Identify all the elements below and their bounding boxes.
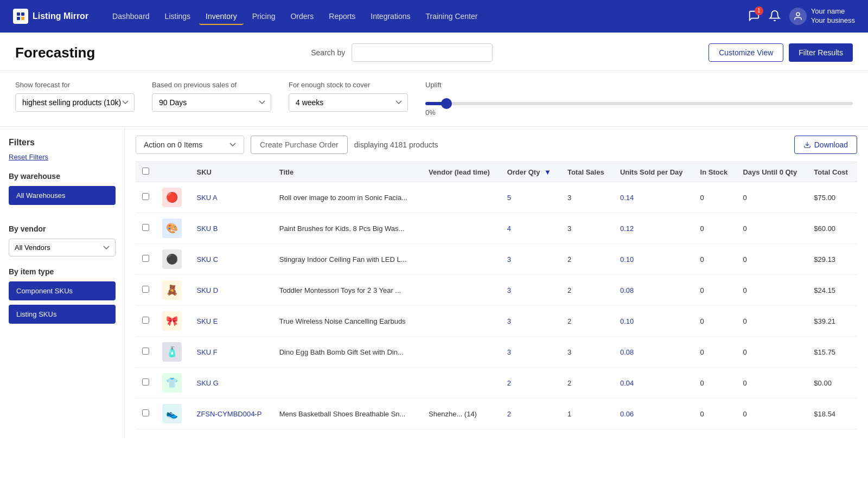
notification-badge: 1 bbox=[755, 7, 763, 15]
search-input[interactable] bbox=[352, 43, 493, 62]
table-row: 👟 ZFSN-CYMBD004-P Mens Basketball Shoes … bbox=[136, 399, 857, 429]
row-check[interactable] bbox=[136, 275, 156, 306]
row-checkbox[interactable] bbox=[142, 378, 149, 386]
listing-skus-button[interactable]: Listing SKUs bbox=[9, 305, 116, 324]
row-checkbox[interactable] bbox=[142, 286, 149, 293]
row-check[interactable] bbox=[136, 368, 156, 399]
nav-listings[interactable]: Listings bbox=[158, 8, 197, 25]
row-img: 🧸 bbox=[156, 275, 190, 306]
based-on-select[interactable]: 30 Days 60 Days 90 Days 180 Days 1 Year bbox=[152, 93, 271, 112]
row-order-qty: 3 bbox=[501, 244, 561, 275]
slider-thumb[interactable] bbox=[441, 98, 452, 109]
product-image: 🧸 bbox=[162, 280, 182, 300]
show-forecast-select[interactable]: highest selling products (10k) all produ… bbox=[15, 93, 135, 112]
row-check[interactable] bbox=[136, 213, 156, 244]
row-total-cost: $39.21 bbox=[807, 306, 857, 337]
row-total-sales: 2 bbox=[561, 275, 614, 306]
units-sold-link[interactable]: 0.04 bbox=[620, 379, 634, 387]
product-image: 👕 bbox=[162, 373, 182, 393]
order-qty-link[interactable]: 3 bbox=[507, 255, 511, 264]
units-sold-link[interactable]: 0.14 bbox=[620, 194, 634, 202]
order-qty-link[interactable]: 4 bbox=[507, 224, 511, 233]
all-warehouses-button[interactable]: All Warehouses bbox=[9, 186, 116, 205]
nav-integrations[interactable]: Integrations bbox=[364, 8, 417, 25]
nav-inventory[interactable]: Inventory bbox=[199, 8, 244, 25]
row-total-sales: 3 bbox=[561, 182, 614, 213]
sku-link[interactable]: SKU G bbox=[196, 379, 218, 387]
row-days-until: 0 bbox=[736, 399, 807, 429]
component-skus-button[interactable]: Component SKUs bbox=[9, 281, 116, 300]
logo[interactable]: Listing Mirror bbox=[13, 9, 88, 24]
sku-link[interactable]: SKU F bbox=[196, 348, 217, 356]
nav-training[interactable]: Training Center bbox=[419, 8, 484, 25]
row-checkbox[interactable] bbox=[142, 409, 149, 416]
reset-filters-link[interactable]: Reset Filters bbox=[9, 153, 116, 161]
sku-link[interactable]: SKU D bbox=[196, 286, 218, 294]
row-checkbox[interactable] bbox=[142, 255, 149, 262]
units-sold-link[interactable]: 0.08 bbox=[620, 348, 634, 356]
user-menu[interactable]: Your name Your business bbox=[789, 7, 855, 25]
customize-view-button[interactable]: Customize View bbox=[709, 43, 783, 62]
product-image: 🔴 bbox=[162, 188, 182, 207]
row-in-stock: 0 bbox=[694, 244, 737, 275]
sku-link[interactable]: SKU A bbox=[196, 194, 217, 202]
row-checkbox[interactable] bbox=[142, 348, 149, 355]
row-checkbox[interactable] bbox=[142, 224, 149, 231]
page: Forecasting Search by Customize View Fil… bbox=[0, 33, 868, 488]
nav-dashboard[interactable]: Dashboard bbox=[106, 8, 156, 25]
row-total-cost: $18.54 bbox=[807, 399, 857, 429]
row-units-sold: 0.08 bbox=[614, 337, 694, 368]
row-title bbox=[273, 368, 422, 399]
order-qty-link[interactable]: 5 bbox=[507, 194, 511, 202]
row-title: Dino Egg Bath Bomb Gift Set with Din... bbox=[273, 337, 422, 368]
product-image: ⚫ bbox=[162, 249, 182, 269]
row-check[interactable] bbox=[136, 337, 156, 368]
nav-orders[interactable]: Orders bbox=[284, 8, 320, 25]
sku-link[interactable]: ZFSN-CYMBD004-P bbox=[196, 410, 261, 418]
nav-pricing[interactable]: Pricing bbox=[246, 8, 282, 25]
order-qty-link[interactable]: 3 bbox=[507, 286, 511, 294]
action-dropdown[interactable]: Action on 0 Items bbox=[136, 136, 244, 154]
row-units-sold: 0.04 bbox=[614, 368, 694, 399]
download-button[interactable]: Download bbox=[794, 136, 857, 154]
row-days-until: 0 bbox=[736, 244, 807, 275]
cover-select[interactable]: 1 week 2 weeks 3 weeks 4 weeks 6 weeks 8… bbox=[289, 93, 408, 112]
row-check[interactable] bbox=[136, 244, 156, 275]
units-sold-link[interactable]: 0.06 bbox=[620, 410, 634, 418]
nav-reports[interactable]: Reports bbox=[322, 8, 362, 25]
units-sold-link[interactable]: 0.10 bbox=[620, 255, 634, 264]
row-checkbox[interactable] bbox=[142, 317, 149, 324]
sku-link[interactable]: SKU E bbox=[196, 317, 218, 325]
row-order-qty: 2 bbox=[501, 368, 561, 399]
row-total-cost: $0.00 bbox=[807, 368, 857, 399]
forecast-settings: Show forecast for highest selling produc… bbox=[0, 71, 868, 127]
units-sold-link[interactable]: 0.10 bbox=[620, 317, 634, 325]
row-title: Roll over image to zoom in Sonic Facia..… bbox=[273, 182, 422, 213]
row-total-sales: 2 bbox=[561, 368, 614, 399]
row-check[interactable] bbox=[136, 182, 156, 213]
by-item-type-label: By item type bbox=[9, 267, 116, 276]
bell-icon[interactable] bbox=[769, 10, 781, 23]
order-qty-link[interactable]: 3 bbox=[507, 317, 511, 325]
row-vendor bbox=[422, 275, 501, 306]
product-image: 🧴 bbox=[162, 342, 182, 362]
order-qty-link[interactable]: 3 bbox=[507, 348, 511, 356]
row-check[interactable] bbox=[136, 306, 156, 337]
select-all-checkbox[interactable] bbox=[142, 168, 149, 175]
sku-link[interactable]: SKU B bbox=[196, 224, 218, 233]
filter-results-button[interactable]: Filter Results bbox=[789, 43, 853, 62]
create-purchase-order-button[interactable]: Create Purchase Order bbox=[251, 136, 348, 154]
sidebar: Filters Reset Filters By warehouse All W… bbox=[0, 127, 125, 438]
th-order-qty[interactable]: Order Qty ▼ bbox=[501, 162, 561, 182]
row-check[interactable] bbox=[136, 399, 156, 429]
order-qty-link[interactable]: 2 bbox=[507, 410, 511, 418]
svg-rect-2 bbox=[17, 17, 20, 20]
row-checkbox[interactable] bbox=[142, 193, 149, 200]
units-sold-link[interactable]: 0.12 bbox=[620, 224, 634, 233]
uplift-group: Uplift 0% bbox=[425, 81, 853, 117]
order-qty-link[interactable]: 2 bbox=[507, 379, 511, 387]
vendor-select[interactable]: All Vendors bbox=[9, 239, 116, 256]
sku-link[interactable]: SKU C bbox=[196, 255, 218, 264]
units-sold-link[interactable]: 0.08 bbox=[620, 286, 634, 294]
messages-icon[interactable]: 1 bbox=[748, 10, 760, 23]
